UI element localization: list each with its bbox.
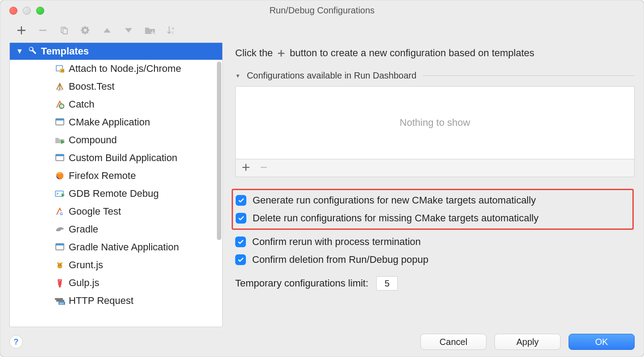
template-google-test[interactable]: G Google Test [10, 203, 222, 220]
copy-config-button[interactable] [58, 25, 70, 36]
dashboard-empty-text: Nothing to show [400, 117, 470, 129]
templates-node[interactable]: ▼ Templates [10, 43, 222, 60]
plus-icon: ＋ [274, 45, 288, 61]
templates-label: Templates [41, 46, 89, 57]
template-catch[interactable]: C Catch [10, 95, 222, 113]
help-button[interactable]: ? [9, 335, 23, 349]
checkbox-label: Generate run configurations for new CMak… [253, 195, 536, 206]
checkbox-confirm-rerun[interactable]: Confirm rerun with process termination [235, 236, 635, 248]
template-grunt[interactable]: Grunt.js [10, 256, 222, 274]
svg-rect-1 [63, 29, 67, 34]
dashboard-footer [235, 159, 635, 177]
window-title: Run/Debug Configurations [270, 5, 375, 16]
ok-button[interactable]: OK [569, 334, 635, 350]
svg-text:C: C [60, 104, 63, 108]
sort-alpha-button[interactable]: az [166, 25, 177, 36]
move-up-button[interactable] [101, 25, 113, 36]
template-gradle[interactable]: Gradle [10, 220, 222, 238]
svg-point-20 [58, 265, 59, 266]
template-label: CMake Application [69, 116, 150, 128]
template-label: Compound [69, 134, 117, 146]
svg-point-21 [60, 265, 61, 266]
cancel-button[interactable]: Cancel [420, 334, 486, 350]
template-gdb-remote[interactable]: GDB Remote Debug [10, 185, 222, 203]
template-attach-node[interactable]: JS Attach to Node.js/Chrome [10, 60, 222, 78]
remove-config-button[interactable] [37, 25, 49, 36]
gradle-native-icon [54, 242, 65, 253]
template-label: Gulp.js [69, 277, 99, 289]
template-gradle-native[interactable]: Gradle Native Application [10, 238, 222, 256]
checkbox-label: Delete run configurations for missing CM… [253, 212, 539, 224]
template-gulp[interactable]: Gulp.js [10, 274, 222, 292]
checkbox-icon [235, 254, 246, 265]
template-label: Custom Build Application [69, 152, 177, 164]
gulp-icon [54, 278, 65, 288]
template-label: HTTP Request [69, 295, 133, 307]
gdb-icon [54, 188, 65, 199]
svg-text:a: a [172, 26, 174, 30]
dashboard-list[interactable]: Nothing to show [235, 86, 635, 159]
checkbox-confirm-deletion[interactable]: Confirm deletion from Run/Debug popup [235, 254, 635, 266]
checkbox-delete-cmake[interactable]: Delete run configurations for missing CM… [236, 212, 630, 224]
template-custom-build[interactable]: Custom Build Application [10, 149, 222, 167]
save-to-folder-button[interactable] [144, 25, 156, 36]
checkbox-label: Confirm rerun with process termination [252, 236, 421, 248]
limit-label: Temporary configurations limit: [235, 278, 368, 289]
edit-defaults-button[interactable] [80, 25, 91, 36]
dashboard-group-label: Configurations available in Run Dashboar… [247, 71, 416, 81]
template-http-request[interactable]: API HTTP Request [10, 292, 222, 310]
config-tree[interactable]: ▼ Templates JS Attach to Node.js/Chrome … [10, 43, 222, 327]
svg-text:JS: JS [61, 69, 64, 73]
svg-text:G: G [60, 212, 63, 216]
content-area: ▼ Templates JS Attach to Node.js/Chrome … [0, 41, 644, 327]
run-debug-config-window: Run/Debug Configurations az [0, 0, 644, 357]
dashboard-group-header[interactable]: ▼ Configurations available in Run Dashbo… [235, 71, 635, 81]
window-maximize-button[interactable] [36, 7, 44, 15]
svg-text:API: API [59, 302, 64, 305]
highlighted-options: Generate run configurations for new CMak… [232, 189, 634, 230]
titlebar: Run/Debug Configurations [0, 0, 644, 20]
svg-rect-19 [56, 244, 64, 245]
window-minimize-button[interactable] [23, 7, 31, 15]
template-label: Attach to Node.js/Chrome [69, 63, 181, 75]
checkbox-label: Confirm deletion from Run/Debug popup [252, 254, 428, 266]
template-label: Grunt.js [69, 259, 103, 271]
wrench-icon [28, 46, 37, 57]
template-compound[interactable]: Compound [10, 131, 222, 149]
dashboard-add-button[interactable] [242, 162, 250, 174]
expand-arrow-icon: ▼ [16, 47, 23, 55]
gradle-icon [54, 224, 65, 235]
template-cmake-app[interactable]: CMake Application [10, 113, 222, 131]
checkbox-icon [236, 195, 246, 206]
window-close-button[interactable] [9, 7, 17, 15]
hint-text: Click the ＋ button to create a new confi… [235, 45, 635, 61]
cmake-app-icon [54, 117, 65, 128]
template-label: Catch [69, 99, 94, 110]
add-config-button[interactable] [16, 25, 27, 36]
template-label: Gradle [69, 224, 98, 235]
tree-scrollbar[interactable] [217, 62, 221, 240]
node-attach-icon: JS [54, 63, 65, 74]
limit-input[interactable]: 5 [376, 276, 398, 291]
checkbox-generate-cmake[interactable]: Generate run configurations for new CMak… [236, 195, 630, 206]
svg-rect-11 [56, 119, 64, 120]
svg-rect-23 [55, 298, 63, 300]
template-label: Google Test [69, 206, 121, 217]
template-firefox-remote[interactable]: Firefox Remote [10, 167, 222, 185]
dashboard-group: ▼ Configurations available in Run Dashbo… [235, 71, 635, 177]
apply-button[interactable]: Apply [494, 334, 561, 350]
dashboard-remove-button[interactable] [260, 162, 268, 174]
move-down-button[interactable] [123, 25, 134, 36]
firefox-icon [54, 170, 65, 181]
catch-icon: C [54, 99, 65, 110]
collapse-arrow-icon: ▼ [235, 73, 241, 79]
template-label: GDB Remote Debug [69, 188, 159, 199]
template-boost-test[interactable]: BT Boost.Test [10, 78, 222, 95]
checkbox-icon [236, 213, 246, 224]
template-label: Boost.Test [69, 81, 115, 92]
checkbox-group: Generate run configurations for new CMak… [235, 189, 635, 266]
config-tree-pane: ▼ Templates JS Attach to Node.js/Chrome … [9, 42, 223, 327]
detail-pane: Click the ＋ button to create a new confi… [235, 42, 635, 327]
grunt-icon [54, 260, 65, 270]
svg-rect-24 [56, 300, 64, 302]
